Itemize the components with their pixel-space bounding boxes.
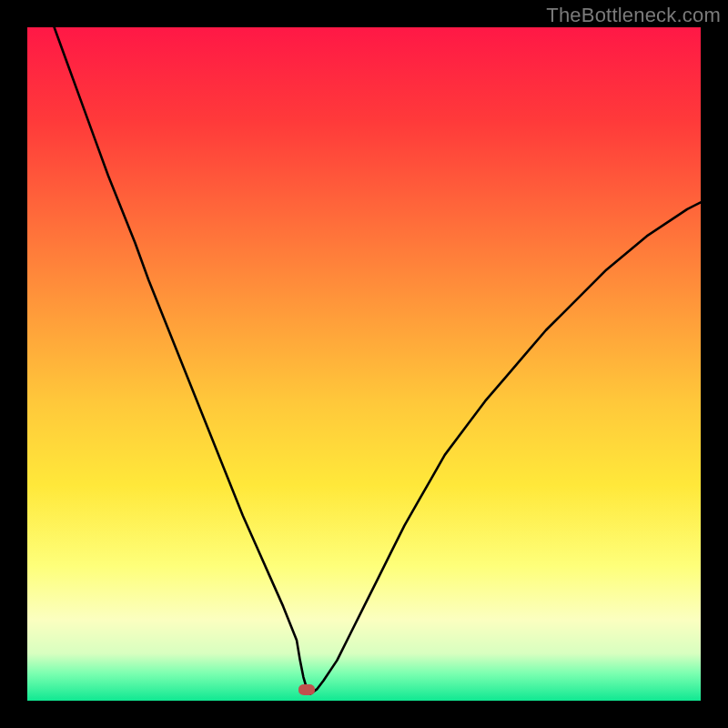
chart-frame: TheBottleneck.com — [0, 0, 728, 728]
bottleneck-curve — [27, 27, 701, 701]
watermark-text: TheBottleneck.com — [546, 4, 721, 27]
minimum-marker — [298, 684, 315, 695]
